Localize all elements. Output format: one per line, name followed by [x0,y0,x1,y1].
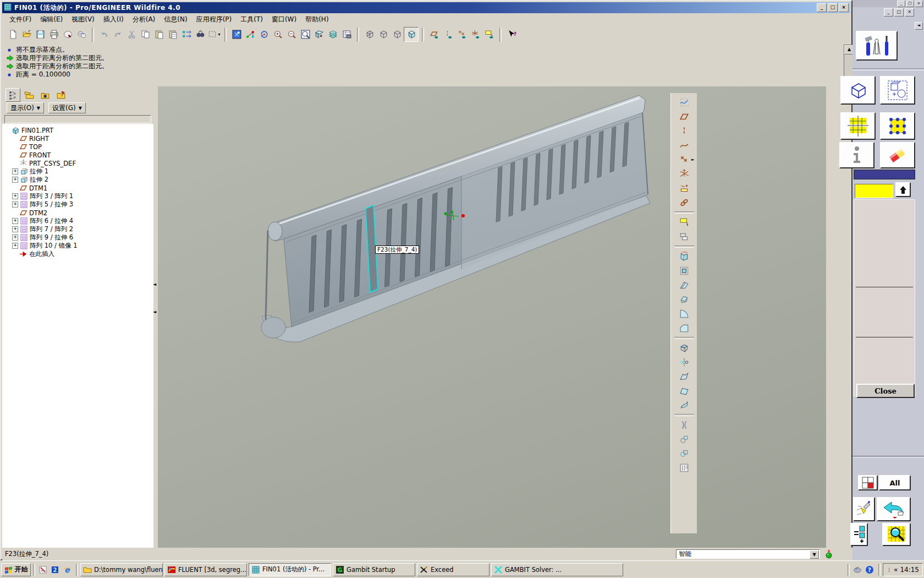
combo-arrow-icon[interactable]: ▼ [810,550,819,559]
no-hidden-cube-button[interactable] [390,28,404,41]
tree-item[interactable]: FIN01.PRT [2,126,153,134]
datum-plane-display-button[interactable] [427,28,441,41]
bg-close-icon[interactable]: × [915,1,923,7]
sketch-tool-button[interactable] [673,181,695,195]
task-exceed[interactable]: Exceed [417,563,490,576]
sash-expand-icon[interactable]: ◄ [153,309,158,314]
tree-item[interactable]: +阵列 3 / 阵列 1 [2,192,153,200]
tree-item[interactable]: 在此插入 [2,250,153,258]
saved-views-button[interactable] [312,28,326,41]
tree-item[interactable]: +阵列 7 / 阵列 2 [2,225,153,233]
gambit-shift-up-button[interactable] [895,182,911,197]
analysis-tool-button[interactable] [673,195,695,210]
style-tool-button[interactable] [673,95,695,110]
notes-app-icon[interactable] [37,564,48,575]
gambit-maximize-icon[interactable]: □ [894,8,904,17]
paste-special-button[interactable] [166,28,180,41]
tree-item[interactable]: +拉伸 2 [2,176,153,184]
task-gambit-g[interactable]: GGambit Startup [333,563,415,576]
gambit-close-icon[interactable]: × [905,8,914,17]
shaded-cube-button[interactable] [404,27,419,42]
task-fluent[interactable]: FLUENT [3d, segreg... [164,563,247,576]
model-3d-view[interactable] [158,86,826,548]
weblink-button[interactable] [75,28,89,41]
start-button[interactable]: 开始 [1,563,31,576]
datum-axis-tool-button[interactable] [673,124,695,138]
graphics-viewport[interactable]: F23(拉伸_7_4) [158,86,826,548]
menu-窗口(W)[interactable]: 窗口(W) [268,14,300,25]
tray-help-icon[interactable]: ? [864,564,875,575]
expand-icon[interactable]: + [12,226,18,232]
print-button[interactable] [47,28,61,41]
new-button[interactable] [6,28,20,41]
expand-icon[interactable]: + [12,193,18,199]
gambit-zoom-grid-button[interactable] [882,523,911,546]
tray-chevron-icon[interactable]: « [894,566,898,574]
zoom-in-button[interactable] [271,28,285,41]
connections-tab[interactable] [53,88,68,102]
tree-item[interactable]: +阵列 6 / 拉伸 4 [2,217,153,225]
menu-分析(A)[interactable]: 分析(A) [129,14,160,25]
copy-button[interactable] [139,28,152,41]
menu-文件(F)[interactable]: 文件(F) [6,14,35,25]
task-gambit-x[interactable]: GAMBIT Solver: ... [491,563,623,576]
gambit-edge-arrow-icon[interactable]: ◄ [915,22,923,30]
find-button[interactable] [194,28,207,41]
gambit-tools-button[interactable] [856,31,898,61]
surface-tool-button[interactable] [673,384,695,398]
gambit-group-button[interactable] [880,76,915,105]
csys-display-button[interactable] [469,28,482,41]
tray-mouse-icon[interactable] [852,564,863,575]
task-proe[interactable]: FIN01 (活动的) - Pr... [249,563,331,576]
gambit-minimize-icon[interactable]: _ [884,8,893,17]
view-manager-button[interactable] [340,28,354,41]
cut-button[interactable] [125,28,139,41]
folder-browser-tab[interactable] [21,88,36,102]
sash-collapse-icon[interactable]: ◄ [153,282,158,287]
selection-filter-combo[interactable]: 智能 ▼ [676,549,820,559]
datum-axis-display-button[interactable] [441,28,455,41]
panel-splitter[interactable]: ◄ ◄ [153,86,158,548]
expand-icon[interactable]: + [12,235,18,241]
tray-mini-icon[interactable]: ⋮ [887,568,892,572]
menu-插入(I)[interactable]: 插入(I) [100,14,128,25]
media-app-icon[interactable]: 2 [50,564,61,575]
annotation-tool-button[interactable] [673,215,695,230]
revolve-tool-button[interactable] [673,264,695,278]
select-box-button[interactable]: ▾ [207,28,221,41]
menu-信息(N)[interactable]: 信息(N) [160,14,191,25]
tree-item[interactable]: +阵列 10 / 镜像 1 [2,242,153,250]
open-button[interactable] [20,28,34,41]
expand-icon[interactable]: + [12,218,18,224]
settings-dropdown-button[interactable]: 设置(G)▼ [48,102,86,113]
tree-item[interactable]: +阵列 9 / 拉伸 6 [2,233,153,242]
proe-titlebar[interactable]: FIN01 (活动的) - Pro/ENGINEER Wildfire 4.0 … [2,2,850,13]
gambit-all-button[interactable]: All [879,475,911,490]
round-tool-button[interactable] [673,307,695,321]
boundary-blend-tool-button[interactable] [673,398,695,412]
blend-tool-button[interactable] [673,292,695,307]
menu-应用程序(P)[interactable]: 应用程序(P) [193,14,236,25]
bg-maximize-icon[interactable]: □ [906,1,914,7]
tree-item[interactable]: PRT_CSYS_DEF [2,159,153,167]
annotation-display-button[interactable] [482,28,496,41]
task-folder[interactable]: D:\tommy wang\fluen... [80,563,163,576]
maximize-button[interactable]: □ [828,3,838,12]
gambit-titlebar[interactable]: _ □ × [853,7,924,18]
menu-编辑(E)[interactable]: 编辑(E) [36,14,67,25]
intersect-tool-button[interactable] [673,446,695,461]
wireframe-cube-button[interactable] [362,28,376,41]
close-button[interactable]: × [839,3,849,12]
bg-minimize-icon[interactable]: _ [897,1,905,7]
layers-button[interactable] [326,28,340,41]
gambit-volume-button[interactable] [840,76,876,105]
tree-item[interactable]: FRONT [2,151,153,159]
paste-button[interactable] [152,28,166,41]
extrude-tool-button[interactable] [673,249,695,264]
orient-button[interactable] [257,28,271,41]
ie-icon[interactable]: e [62,564,73,575]
undo-button[interactable] [97,28,111,41]
sweep-tool-button[interactable] [673,278,695,292]
refit-button[interactable] [299,28,312,41]
expand-icon[interactable]: + [12,177,18,183]
